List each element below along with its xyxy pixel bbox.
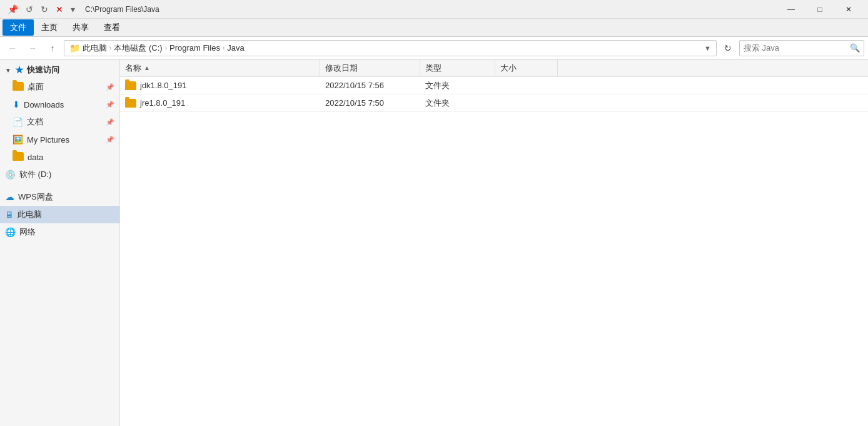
network-icon: 🌐 (5, 227, 16, 237)
drive-icon: 💿 (5, 170, 16, 180)
sidebar-item-downloads[interactable]: ⬇ Downloads 📌 (0, 96, 119, 113)
sidebar-pc-label: 此电脑 (18, 209, 42, 220)
sidebar: ▼ ★ 快速访问 桌面 📌 ⬇ Downloads 📌 📄 文档 📌 🖼️ (0, 59, 120, 426)
sort-arrow-name: ▲ (144, 64, 150, 71)
col-header-date[interactable]: 修改日期 (320, 59, 420, 76)
col-size-label: 大小 (500, 63, 517, 74)
file-list-header: 名称 ▲ 修改日期 类型 大小 (120, 59, 868, 77)
documents-icon: 📄 (13, 117, 23, 127)
wps-icon: ☁ (5, 191, 14, 203)
sidebar-wps-label: WPS网盘 (18, 191, 53, 203)
col-header-size[interactable]: 大小 (495, 59, 558, 76)
quick-access-star-icon: ★ (15, 64, 23, 76)
col-name-label: 名称 (125, 63, 141, 74)
up-button[interactable]: ↑ (44, 39, 61, 57)
file-name-jre: jre1.8.0_191 (140, 98, 185, 108)
pictures-icon: 🖼️ (13, 134, 23, 145)
title-bar: 📌 ↺ ↻ ✕ ▾ C:\Program Files\Java — □ ✕ (0, 0, 868, 19)
quick-access-toolbar-pin[interactable]: 📌 (5, 3, 21, 16)
menu-item-view[interactable]: 查看 (96, 19, 128, 36)
delete-btn[interactable]: ✕ (53, 3, 66, 16)
sidebar-drive-label: 软件 (D:) (19, 169, 51, 180)
maximize-button[interactable]: □ (805, 0, 834, 19)
search-box: 🔍 (739, 40, 864, 56)
pin-icon-documents: 📌 (106, 118, 114, 126)
pc-icon: 🖥 (5, 210, 14, 220)
path-segment-java[interactable]: Java (227, 43, 244, 53)
file-cell-name-jre: jre1.8.0_191 (120, 98, 320, 108)
path-sep-1: › (109, 44, 111, 51)
sidebar-downloads-label: Downloads (24, 100, 64, 109)
menu-item-home[interactable]: 主页 (34, 19, 65, 36)
path-folder-icon: 📁 (69, 43, 80, 53)
file-type-jdk: 文件夹 (425, 80, 450, 91)
path-sep-3: › (223, 44, 225, 51)
sidebar-pictures-label: My Pictures (27, 135, 69, 145)
menu-item-share[interactable]: 共享 (65, 19, 96, 36)
sidebar-item-desktop[interactable]: 桌面 📌 (0, 78, 119, 96)
file-date-jdk: 2022/10/15 7:56 (325, 81, 384, 90)
file-cell-type-jdk: 文件夹 (420, 80, 495, 91)
file-date-jre: 2022/10/15 7:50 (325, 98, 384, 108)
col-date-label: 修改日期 (325, 63, 358, 74)
file-name-jdk: jdk1.8.0_191 (140, 81, 186, 90)
search-input[interactable] (744, 43, 850, 53)
folder-icon-jre (125, 99, 136, 108)
sidebar-item-data[interactable]: data (0, 148, 119, 166)
title-bar-right: — □ ✕ (777, 0, 863, 19)
pin-icon-pictures: 📌 (106, 136, 114, 144)
sidebar-documents-label: 文档 (27, 116, 43, 128)
path-dropdown-icon[interactable]: ▼ (704, 44, 711, 52)
pin-icon-desktop: 📌 (106, 83, 114, 91)
address-path[interactable]: 📁 此电脑 › 本地磁盘 (C:) › Program Files › Java… (64, 40, 717, 56)
back-button[interactable]: ← (4, 39, 21, 57)
file-cell-type-jre: 文件夹 (420, 98, 495, 109)
sidebar-quick-access-header[interactable]: ▼ ★ 快速访问 (0, 62, 119, 78)
sidebar-item-wps[interactable]: ☁ WPS网盘 (0, 188, 119, 206)
file-row-jre[interactable]: jre1.8.0_191 2022/10/15 7:50 文件夹 (120, 94, 868, 112)
search-icon[interactable]: 🔍 (850, 43, 860, 53)
sidebar-item-documents[interactable]: 📄 文档 📌 (0, 113, 119, 131)
sidebar-item-network[interactable]: 🌐 网络 (0, 223, 119, 241)
menu-bar: 文件 主页 共享 查看 (0, 19, 868, 36)
title-bar-left: 📌 ↺ ↻ ✕ ▾ C:\Program Files\Java (5, 3, 159, 16)
main-layout: ▼ ★ 快速访问 桌面 📌 ⬇ Downloads 📌 📄 文档 📌 🖼️ (0, 59, 868, 426)
folder-icon-jdk (125, 81, 136, 90)
sidebar-item-pictures[interactable]: 🖼️ My Pictures 📌 (0, 131, 119, 148)
path-sep-2: › (165, 44, 167, 51)
file-area: 名称 ▲ 修改日期 类型 大小 jdk1.8.0_191 2022/10/15 … (120, 59, 868, 426)
pin-icon-downloads: 📌 (106, 101, 114, 109)
quick-access-chevron-icon: ▼ (5, 67, 11, 74)
sidebar-item-drive-d[interactable]: 💿 软件 (D:) (0, 166, 119, 183)
quick-access-label: 快速访问 (27, 64, 59, 76)
path-segment-pc[interactable]: 此电脑 (83, 43, 107, 54)
close-button[interactable]: ✕ (834, 0, 863, 19)
col-header-name[interactable]: 名称 ▲ (120, 59, 320, 76)
address-bar: ← → ↑ 📁 此电脑 › 本地磁盘 (C:) › Program Files … (0, 37, 868, 59)
downloads-icon: ⬇ (13, 99, 20, 109)
sidebar-desktop-label: 桌面 (28, 81, 44, 93)
file-cell-date-jdk: 2022/10/15 7:56 (320, 81, 420, 90)
file-cell-name-jdk: jdk1.8.0_191 (120, 81, 320, 90)
path-segment-c[interactable]: 本地磁盘 (C:) (114, 43, 162, 54)
col-type-label: 类型 (425, 63, 442, 74)
sidebar-data-label: data (28, 153, 43, 162)
undo-btn[interactable]: ↺ (23, 3, 36, 16)
redo-btn[interactable]: ↻ (38, 3, 51, 16)
data-folder-icon (13, 152, 24, 163)
refresh-button[interactable]: ↻ (719, 39, 737, 57)
col-header-type[interactable]: 类型 (420, 59, 495, 76)
file-type-jre: 文件夹 (425, 98, 450, 109)
desktop-folder-icon (13, 82, 24, 93)
file-cell-date-jre: 2022/10/15 7:50 (320, 98, 420, 108)
forward-button[interactable]: → (24, 39, 41, 57)
file-row-jdk[interactable]: jdk1.8.0_191 2022/10/15 7:56 文件夹 (120, 77, 868, 94)
title-path: C:\Program Files\Java (85, 5, 159, 14)
path-segment-programfiles[interactable]: Program Files (169, 43, 220, 53)
ribbon: 文件 主页 共享 查看 (0, 19, 868, 37)
sidebar-network-label: 网络 (19, 226, 36, 238)
minimize-button[interactable]: — (777, 0, 805, 19)
properties-btn[interactable]: ▾ (68, 3, 78, 16)
sidebar-item-thispc[interactable]: 🖥 此电脑 (0, 206, 119, 223)
menu-item-file[interactable]: 文件 (3, 19, 34, 36)
